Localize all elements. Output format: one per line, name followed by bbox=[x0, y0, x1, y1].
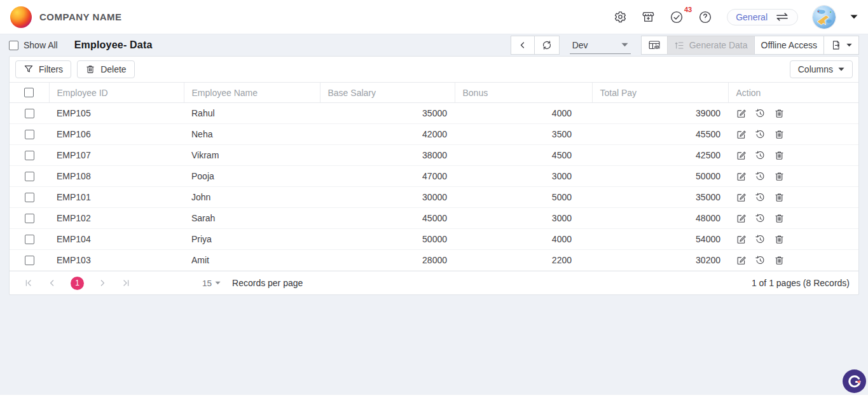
export-button[interactable] bbox=[823, 36, 859, 55]
cell-employee-name: Pooja bbox=[184, 166, 320, 187]
cell-employee-id: EMP102 bbox=[49, 208, 184, 229]
edit-icon[interactable] bbox=[736, 150, 747, 161]
delete-row-icon[interactable] bbox=[774, 213, 785, 224]
current-page-button[interactable]: 1 bbox=[71, 277, 84, 290]
help-icon[interactable] bbox=[698, 10, 712, 24]
row-checkbox[interactable] bbox=[25, 256, 34, 265]
last-page-icon[interactable] bbox=[121, 278, 131, 288]
delete-row-icon[interactable] bbox=[774, 150, 785, 161]
back-button[interactable] bbox=[511, 36, 535, 55]
delete-button[interactable]: Delete bbox=[77, 60, 134, 78]
history-icon[interactable] bbox=[755, 255, 766, 266]
cell-employee-id: EMP106 bbox=[49, 124, 184, 145]
delete-row-icon[interactable] bbox=[774, 192, 785, 203]
show-all-checkbox[interactable]: Show All bbox=[9, 40, 58, 50]
history-icon[interactable] bbox=[755, 213, 766, 224]
cell-base-salary: 35000 bbox=[320, 103, 455, 124]
generate-data-label: Generate Data bbox=[689, 40, 748, 50]
delete-row-icon[interactable] bbox=[774, 255, 785, 266]
page-title: Employee- Data bbox=[74, 39, 153, 51]
edit-icon[interactable] bbox=[736, 129, 747, 140]
marketplace-icon[interactable] bbox=[642, 10, 655, 24]
workspace-switcher[interactable]: General bbox=[727, 9, 798, 25]
row-actions bbox=[736, 103, 851, 123]
caret-down-icon bbox=[846, 43, 852, 47]
filters-button[interactable]: Filters bbox=[15, 60, 71, 78]
cell-base-salary: 30000 bbox=[320, 187, 455, 208]
edit-icon[interactable] bbox=[736, 213, 747, 224]
offline-access-button[interactable]: Offline Access bbox=[754, 36, 824, 55]
profile-caret-icon[interactable] bbox=[850, 15, 858, 19]
edit-icon[interactable] bbox=[736, 234, 747, 245]
settings-icon[interactable] bbox=[614, 10, 627, 24]
refresh-button[interactable] bbox=[534, 36, 560, 55]
table-row: EMP106 Neha 42000 3500 45500 bbox=[10, 124, 858, 145]
filters-label: Filters bbox=[39, 64, 63, 74]
row-checkbox[interactable] bbox=[25, 235, 34, 244]
page-size-value: 15 bbox=[202, 279, 212, 288]
column-visibility-button[interactable] bbox=[641, 36, 668, 55]
column-header-employee-name: Employee Name bbox=[184, 83, 320, 103]
caret-down-icon bbox=[215, 281, 221, 285]
column-header-bonus: Bonus bbox=[455, 83, 592, 103]
row-checkbox[interactable] bbox=[25, 130, 34, 139]
column-header-action: Action bbox=[728, 83, 858, 103]
table-row: EMP108 Pooja 47000 3000 50000 bbox=[10, 166, 858, 187]
history-icon[interactable] bbox=[755, 171, 766, 182]
cell-base-salary: 45000 bbox=[320, 208, 455, 229]
cell-bonus: 4500 bbox=[455, 145, 592, 166]
cell-base-salary: 42000 bbox=[320, 124, 455, 145]
subheader-actions: Dev Generate Data Off bbox=[511, 36, 859, 55]
row-checkbox[interactable] bbox=[25, 214, 34, 223]
grammarly-badge[interactable] bbox=[843, 369, 866, 393]
cell-base-salary: 28000 bbox=[320, 250, 455, 271]
delete-row-icon[interactable] bbox=[774, 129, 785, 140]
history-icon[interactable] bbox=[755, 108, 766, 119]
edit-icon[interactable] bbox=[736, 192, 747, 203]
history-icon[interactable] bbox=[755, 192, 766, 203]
history-icon[interactable] bbox=[755, 234, 766, 245]
filter-funnel-icon bbox=[24, 64, 34, 74]
edit-icon[interactable] bbox=[736, 108, 747, 119]
records-per-page-label: Records per page bbox=[232, 278, 303, 288]
row-checkbox[interactable] bbox=[25, 193, 34, 202]
cell-total-pay: 39000 bbox=[592, 103, 728, 124]
history-icon[interactable] bbox=[755, 129, 766, 140]
generate-data-button[interactable]: Generate Data bbox=[667, 36, 755, 55]
delete-row-icon[interactable] bbox=[774, 108, 785, 119]
data-grid-panel: Filters Delete Columns bbox=[9, 56, 859, 295]
delete-row-icon[interactable] bbox=[774, 171, 785, 182]
show-all-checkbox-box[interactable] bbox=[9, 41, 18, 50]
pagination-nav: 1 bbox=[24, 277, 131, 290]
columns-button[interactable]: Columns bbox=[790, 60, 853, 78]
next-page-icon[interactable] bbox=[97, 278, 107, 288]
avatar[interactable] bbox=[813, 6, 836, 29]
cell-bonus: 4000 bbox=[455, 103, 592, 124]
previous-page-icon[interactable] bbox=[47, 278, 57, 288]
cell-employee-id: EMP108 bbox=[49, 166, 184, 187]
row-checkbox[interactable] bbox=[25, 109, 34, 118]
subheader: Show All Employee- Data Dev bbox=[0, 34, 868, 56]
cell-employee-id: EMP103 bbox=[49, 250, 184, 271]
first-page-icon[interactable] bbox=[24, 278, 34, 288]
cell-employee-id: EMP107 bbox=[49, 145, 184, 166]
delete-row-icon[interactable] bbox=[774, 234, 785, 245]
cell-employee-name: Amit bbox=[184, 250, 320, 271]
trash-icon bbox=[85, 64, 95, 74]
table-row: EMP104 Priya 50000 4000 54000 bbox=[10, 229, 858, 250]
tasks-icon[interactable]: 43 bbox=[670, 10, 684, 24]
edit-icon[interactable] bbox=[736, 255, 747, 266]
row-checkbox[interactable] bbox=[25, 172, 34, 181]
cell-employee-id: EMP101 bbox=[49, 187, 184, 208]
row-actions bbox=[736, 250, 851, 270]
environment-select[interactable]: Dev bbox=[570, 36, 631, 54]
row-actions bbox=[736, 145, 851, 165]
page-size-select[interactable]: 15 bbox=[202, 279, 221, 288]
history-icon[interactable] bbox=[755, 150, 766, 161]
select-all-checkbox[interactable] bbox=[24, 88, 34, 97]
row-checkbox[interactable] bbox=[25, 151, 34, 160]
edit-icon[interactable] bbox=[736, 171, 747, 182]
cell-employee-id: EMP105 bbox=[49, 103, 184, 124]
company-logo bbox=[10, 6, 32, 28]
notification-count-badge: 43 bbox=[684, 6, 692, 13]
